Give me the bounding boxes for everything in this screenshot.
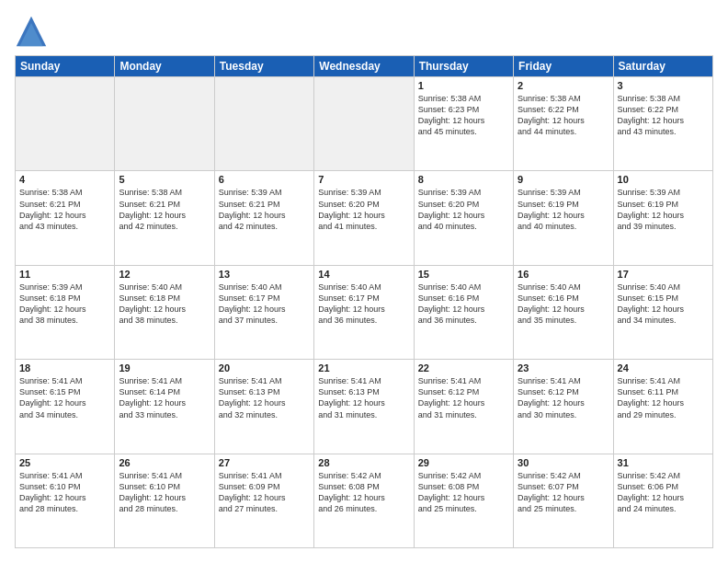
logo — [15, 15, 51, 48]
day-cell: 14Sunrise: 5:40 AM Sunset: 6:17 PM Dayli… — [314, 265, 414, 359]
day-info: Sunrise: 5:41 AM Sunset: 6:10 PM Dayligh… — [119, 470, 210, 515]
day-info: Sunrise: 5:42 AM Sunset: 6:08 PM Dayligh… — [318, 470, 409, 515]
day-number: 25 — [19, 457, 110, 468]
week-row-3: 18Sunrise: 5:41 AM Sunset: 6:15 PM Dayli… — [16, 360, 713, 454]
weekday-tuesday: Tuesday — [214, 56, 313, 77]
day-cell: 18Sunrise: 5:41 AM Sunset: 6:15 PM Dayli… — [16, 360, 115, 454]
day-number: 16 — [518, 269, 609, 280]
day-info: Sunrise: 5:41 AM Sunset: 6:10 PM Dayligh… — [19, 470, 110, 515]
day-cell: 15Sunrise: 5:40 AM Sunset: 6:16 PM Dayli… — [414, 265, 513, 359]
day-number: 28 — [318, 457, 409, 468]
day-cell: 9Sunrise: 5:39 AM Sunset: 6:19 PM Daylig… — [514, 171, 613, 265]
day-info: Sunrise: 5:38 AM Sunset: 6:23 PM Dayligh… — [418, 93, 509, 138]
day-info: Sunrise: 5:42 AM Sunset: 6:08 PM Dayligh… — [418, 470, 509, 515]
page: SundayMondayTuesdayWednesdayThursdayFrid… — [0, 0, 728, 563]
day-cell: 8Sunrise: 5:39 AM Sunset: 6:20 PM Daylig… — [414, 171, 513, 265]
day-number: 31 — [618, 457, 709, 468]
weekday-wednesday: Wednesday — [314, 56, 414, 77]
day-number: 6 — [219, 174, 310, 185]
week-row-2: 11Sunrise: 5:39 AM Sunset: 6:18 PM Dayli… — [16, 265, 713, 359]
day-number: 20 — [219, 362, 310, 373]
day-info: Sunrise: 5:41 AM Sunset: 6:12 PM Dayligh… — [418, 375, 509, 420]
day-info: Sunrise: 5:41 AM Sunset: 6:13 PM Dayligh… — [318, 375, 409, 420]
weekday-friday: Friday — [514, 56, 613, 77]
day-number: 5 — [119, 174, 210, 185]
day-info: Sunrise: 5:40 AM Sunset: 6:16 PM Dayligh… — [418, 282, 509, 327]
day-info: Sunrise: 5:39 AM Sunset: 6:20 PM Dayligh… — [418, 187, 509, 232]
weekday-sunday: Sunday — [16, 56, 115, 77]
day-info: Sunrise: 5:41 AM Sunset: 6:15 PM Dayligh… — [19, 375, 110, 420]
day-number: 13 — [219, 269, 310, 280]
weekday-saturday: Saturday — [613, 56, 712, 77]
day-number: 15 — [418, 269, 509, 280]
week-row-1: 4Sunrise: 5:38 AM Sunset: 6:21 PM Daylig… — [16, 171, 713, 265]
day-number: 11 — [19, 269, 110, 280]
day-info: Sunrise: 5:39 AM Sunset: 6:19 PM Dayligh… — [618, 187, 709, 232]
day-cell: 3Sunrise: 5:38 AM Sunset: 6:22 PM Daylig… — [613, 77, 712, 171]
day-info: Sunrise: 5:39 AM Sunset: 6:18 PM Dayligh… — [19, 282, 110, 327]
day-number: 26 — [119, 457, 210, 468]
day-cell: 31Sunrise: 5:42 AM Sunset: 6:06 PM Dayli… — [613, 454, 712, 547]
day-cell: 13Sunrise: 5:40 AM Sunset: 6:17 PM Dayli… — [214, 265, 313, 359]
logo-icon — [15, 15, 48, 48]
week-row-0: 1Sunrise: 5:38 AM Sunset: 6:23 PM Daylig… — [16, 77, 713, 171]
day-info: Sunrise: 5:38 AM Sunset: 6:22 PM Dayligh… — [618, 93, 709, 138]
day-info: Sunrise: 5:39 AM Sunset: 6:21 PM Dayligh… — [219, 187, 310, 232]
day-info: Sunrise: 5:38 AM Sunset: 6:22 PM Dayligh… — [518, 93, 609, 138]
day-info: Sunrise: 5:42 AM Sunset: 6:07 PM Dayligh… — [518, 470, 609, 515]
day-info: Sunrise: 5:39 AM Sunset: 6:20 PM Dayligh… — [318, 187, 409, 232]
day-number: 22 — [418, 362, 509, 373]
day-info: Sunrise: 5:38 AM Sunset: 6:21 PM Dayligh… — [119, 187, 210, 232]
day-number: 4 — [19, 174, 110, 185]
day-info: Sunrise: 5:40 AM Sunset: 6:17 PM Dayligh… — [219, 282, 310, 327]
day-cell: 25Sunrise: 5:41 AM Sunset: 6:10 PM Dayli… — [16, 454, 115, 547]
day-cell: 24Sunrise: 5:41 AM Sunset: 6:11 PM Dayli… — [613, 360, 712, 454]
day-cell: 6Sunrise: 5:39 AM Sunset: 6:21 PM Daylig… — [214, 171, 313, 265]
day-cell: 30Sunrise: 5:42 AM Sunset: 6:07 PM Dayli… — [514, 454, 613, 547]
day-info: Sunrise: 5:41 AM Sunset: 6:13 PM Dayligh… — [219, 375, 310, 420]
day-info: Sunrise: 5:41 AM Sunset: 6:11 PM Dayligh… — [618, 375, 709, 420]
day-info: Sunrise: 5:39 AM Sunset: 6:19 PM Dayligh… — [518, 187, 609, 232]
day-cell: 4Sunrise: 5:38 AM Sunset: 6:21 PM Daylig… — [16, 171, 115, 265]
day-cell: 20Sunrise: 5:41 AM Sunset: 6:13 PM Dayli… — [214, 360, 313, 454]
day-cell: 29Sunrise: 5:42 AM Sunset: 6:08 PM Dayli… — [414, 454, 513, 547]
day-cell: 7Sunrise: 5:39 AM Sunset: 6:20 PM Daylig… — [314, 171, 414, 265]
day-cell: 22Sunrise: 5:41 AM Sunset: 6:12 PM Dayli… — [414, 360, 513, 454]
header — [15, 15, 713, 48]
day-number: 29 — [418, 457, 509, 468]
day-info: Sunrise: 5:40 AM Sunset: 6:18 PM Dayligh… — [119, 282, 210, 327]
day-number: 21 — [318, 362, 409, 373]
day-number: 30 — [518, 457, 609, 468]
day-cell: 19Sunrise: 5:41 AM Sunset: 6:14 PM Dayli… — [115, 360, 214, 454]
day-number: 27 — [219, 457, 310, 468]
day-number: 14 — [318, 269, 409, 280]
day-cell: 17Sunrise: 5:40 AM Sunset: 6:15 PM Dayli… — [613, 265, 712, 359]
day-info: Sunrise: 5:41 AM Sunset: 6:09 PM Dayligh… — [219, 470, 310, 515]
day-number: 19 — [119, 362, 210, 373]
day-info: Sunrise: 5:40 AM Sunset: 6:17 PM Dayligh… — [318, 282, 409, 327]
day-number: 23 — [518, 362, 609, 373]
calendar-table: SundayMondayTuesdayWednesdayThursdayFrid… — [15, 55, 713, 548]
day-number: 9 — [518, 174, 609, 185]
day-cell: 21Sunrise: 5:41 AM Sunset: 6:13 PM Dayli… — [314, 360, 414, 454]
day-number: 18 — [19, 362, 110, 373]
day-cell: 27Sunrise: 5:41 AM Sunset: 6:09 PM Dayli… — [214, 454, 313, 547]
day-cell: 10Sunrise: 5:39 AM Sunset: 6:19 PM Dayli… — [613, 171, 712, 265]
week-row-4: 25Sunrise: 5:41 AM Sunset: 6:10 PM Dayli… — [16, 454, 713, 547]
day-number: 3 — [618, 80, 709, 91]
day-cell: 11Sunrise: 5:39 AM Sunset: 6:18 PM Dayli… — [16, 265, 115, 359]
day-cell — [314, 77, 414, 171]
day-number: 7 — [318, 174, 409, 185]
weekday-monday: Monday — [115, 56, 214, 77]
day-cell: 28Sunrise: 5:42 AM Sunset: 6:08 PM Dayli… — [314, 454, 414, 547]
day-info: Sunrise: 5:40 AM Sunset: 6:15 PM Dayligh… — [618, 282, 709, 327]
day-info: Sunrise: 5:42 AM Sunset: 6:06 PM Dayligh… — [618, 470, 709, 515]
day-info: Sunrise: 5:38 AM Sunset: 6:21 PM Dayligh… — [19, 187, 110, 232]
day-info: Sunrise: 5:41 AM Sunset: 6:12 PM Dayligh… — [518, 375, 609, 420]
day-number: 24 — [618, 362, 709, 373]
day-cell — [16, 77, 115, 171]
day-cell — [214, 77, 313, 171]
day-cell: 26Sunrise: 5:41 AM Sunset: 6:10 PM Dayli… — [115, 454, 214, 547]
day-number: 2 — [518, 80, 609, 91]
day-cell: 5Sunrise: 5:38 AM Sunset: 6:21 PM Daylig… — [115, 171, 214, 265]
